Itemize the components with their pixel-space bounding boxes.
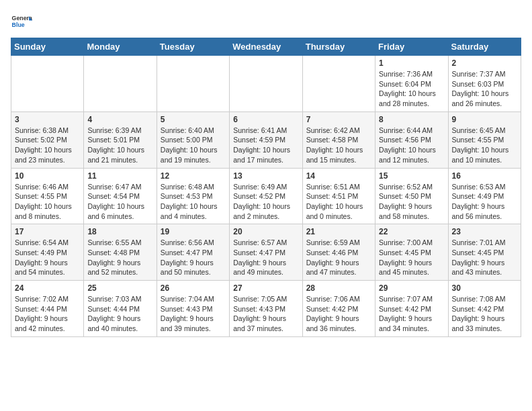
day-number: 26 [161,283,226,293]
day-number: 3 [15,115,80,124]
calendar-cell: 2Sunrise: 7:37 AM Sunset: 6:03 PM Daylig… [448,56,521,112]
calendar-cell: 4Sunrise: 6:39 AM Sunset: 5:01 PM Daylig… [84,111,157,168]
calendar-cell: 12Sunrise: 6:48 AM Sunset: 4:53 PM Dayli… [157,168,229,224]
day-number: 27 [233,283,298,293]
day-number: 17 [15,227,80,236]
calendar-cell: 11Sunrise: 6:47 AM Sunset: 4:54 PM Dayli… [84,168,157,224]
day-info: Sunrise: 7:02 AM Sunset: 4:44 PM Dayligh… [15,294,80,334]
day-number: 14 [306,171,371,181]
day-number: 28 [306,283,371,293]
day-number: 1 [379,58,444,68]
day-info: Sunrise: 7:05 AM Sunset: 4:43 PM Dayligh… [233,294,298,334]
calendar-cell: 15Sunrise: 6:52 AM Sunset: 4:50 PM Dayli… [375,168,448,224]
col-header-tuesday: Tuesday [157,38,229,56]
day-info: Sunrise: 6:47 AM Sunset: 4:54 PM Dayligh… [87,182,152,222]
calendar-table: SundayMondayTuesdayWednesdayThursdayFrid… [11,38,521,337]
calendar-cell: 8Sunrise: 6:44 AM Sunset: 4:56 PM Daylig… [375,111,448,168]
calendar-cell [84,56,157,112]
col-header-monday: Monday [84,38,157,56]
day-info: Sunrise: 6:52 AM Sunset: 4:50 PM Dayligh… [379,182,444,222]
calendar-cell: 17Sunrise: 6:54 AM Sunset: 4:49 PM Dayli… [11,224,84,281]
day-number: 24 [15,283,80,293]
day-info: Sunrise: 6:54 AM Sunset: 4:49 PM Dayligh… [15,238,80,277]
day-number: 29 [379,283,444,293]
calendar-cell: 26Sunrise: 7:04 AM Sunset: 4:43 PM Dayli… [157,281,229,337]
calendar-cell [230,56,302,112]
day-number: 6 [233,115,298,124]
calendar-cell: 6Sunrise: 6:41 AM Sunset: 4:59 PM Daylig… [230,111,302,168]
day-number: 15 [379,171,444,181]
col-header-wednesday: Wednesday [230,38,302,56]
logo: General Blue [11,11,32,32]
calendar-cell: 18Sunrise: 6:55 AM Sunset: 4:48 PM Dayli… [84,224,157,281]
day-number: 21 [306,227,371,236]
calendar-cell: 20Sunrise: 6:57 AM Sunset: 4:47 PM Dayli… [230,224,302,281]
calendar-cell: 10Sunrise: 6:46 AM Sunset: 4:55 PM Dayli… [11,168,84,224]
day-info: Sunrise: 7:03 AM Sunset: 4:44 PM Dayligh… [87,294,152,334]
day-number: 9 [452,115,517,124]
day-info: Sunrise: 6:56 AM Sunset: 4:47 PM Dayligh… [161,238,226,277]
day-info: Sunrise: 6:46 AM Sunset: 4:55 PM Dayligh… [15,182,80,222]
day-info: Sunrise: 7:04 AM Sunset: 4:43 PM Dayligh… [161,294,226,334]
day-number: 20 [233,227,298,236]
day-info: Sunrise: 7:01 AM Sunset: 4:45 PM Dayligh… [452,238,517,277]
day-info: Sunrise: 6:55 AM Sunset: 4:48 PM Dayligh… [87,238,152,277]
day-number: 13 [233,171,298,181]
col-header-saturday: Saturday [448,38,521,56]
calendar-cell: 3Sunrise: 6:38 AM Sunset: 5:02 PM Daylig… [11,111,84,168]
day-info: Sunrise: 6:51 AM Sunset: 4:51 PM Dayligh… [306,182,371,222]
day-info: Sunrise: 6:53 AM Sunset: 4:49 PM Dayligh… [452,182,517,222]
day-number: 16 [452,171,517,181]
col-header-friday: Friday [375,38,448,56]
day-number: 7 [306,115,371,124]
calendar-cell: 28Sunrise: 7:06 AM Sunset: 4:42 PM Dayli… [302,281,375,337]
calendar-cell [302,56,375,112]
calendar-week-2: 3Sunrise: 6:38 AM Sunset: 5:02 PM Daylig… [11,111,521,168]
col-header-sunday: Sunday [11,38,84,56]
calendar-cell: 19Sunrise: 6:56 AM Sunset: 4:47 PM Dayli… [157,224,229,281]
calendar-cell: 22Sunrise: 7:00 AM Sunset: 4:45 PM Dayli… [375,224,448,281]
day-info: Sunrise: 6:45 AM Sunset: 4:55 PM Dayligh… [452,126,517,165]
calendar-cell: 21Sunrise: 6:59 AM Sunset: 4:46 PM Dayli… [302,224,375,281]
day-number: 25 [87,283,152,293]
calendar-cell: 1Sunrise: 7:36 AM Sunset: 6:04 PM Daylig… [375,56,448,112]
calendar-week-1: 1Sunrise: 7:36 AM Sunset: 6:04 PM Daylig… [11,56,521,112]
day-info: Sunrise: 6:41 AM Sunset: 4:59 PM Dayligh… [233,126,298,165]
day-info: Sunrise: 6:49 AM Sunset: 4:52 PM Dayligh… [233,182,298,222]
day-info: Sunrise: 6:42 AM Sunset: 4:58 PM Dayligh… [306,126,371,165]
calendar-cell: 9Sunrise: 6:45 AM Sunset: 4:55 PM Daylig… [448,111,521,168]
day-number: 5 [161,115,226,124]
calendar-cell: 16Sunrise: 6:53 AM Sunset: 4:49 PM Dayli… [448,168,521,224]
calendar-cell: 29Sunrise: 7:07 AM Sunset: 4:42 PM Dayli… [375,281,448,337]
day-info: Sunrise: 7:37 AM Sunset: 6:03 PM Dayligh… [452,69,517,109]
calendar-cell [11,56,84,112]
day-number: 22 [379,227,444,236]
day-number: 8 [379,115,444,124]
logo-icon: General Blue [11,11,32,32]
day-number: 18 [87,227,152,236]
day-number: 12 [161,171,226,181]
calendar-cell: 24Sunrise: 7:02 AM Sunset: 4:44 PM Dayli… [11,281,84,337]
page-header: General Blue [11,11,521,32]
day-number: 23 [452,227,517,236]
calendar-week-4: 17Sunrise: 6:54 AM Sunset: 4:49 PM Dayli… [11,224,521,281]
day-info: Sunrise: 7:36 AM Sunset: 6:04 PM Dayligh… [379,69,444,109]
calendar-cell: 30Sunrise: 7:08 AM Sunset: 4:42 PM Dayli… [448,281,521,337]
calendar-header-row: SundayMondayTuesdayWednesdayThursdayFrid… [11,38,521,56]
day-number: 4 [87,115,152,124]
calendar-week-5: 24Sunrise: 7:02 AM Sunset: 4:44 PM Dayli… [11,281,521,337]
day-info: Sunrise: 7:06 AM Sunset: 4:42 PM Dayligh… [306,294,371,334]
day-info: Sunrise: 6:40 AM Sunset: 5:00 PM Dayligh… [161,126,226,165]
day-info: Sunrise: 7:07 AM Sunset: 4:42 PM Dayligh… [379,294,444,334]
day-number: 2 [452,58,517,68]
calendar-cell: 7Sunrise: 6:42 AM Sunset: 4:58 PM Daylig… [302,111,375,168]
calendar-cell [157,56,229,112]
calendar-cell: 23Sunrise: 7:01 AM Sunset: 4:45 PM Dayli… [448,224,521,281]
day-info: Sunrise: 7:08 AM Sunset: 4:42 PM Dayligh… [452,294,517,334]
calendar-cell: 14Sunrise: 6:51 AM Sunset: 4:51 PM Dayli… [302,168,375,224]
calendar-cell: 27Sunrise: 7:05 AM Sunset: 4:43 PM Dayli… [230,281,302,337]
day-info: Sunrise: 7:00 AM Sunset: 4:45 PM Dayligh… [379,238,444,277]
calendar-cell: 5Sunrise: 6:40 AM Sunset: 5:00 PM Daylig… [157,111,229,168]
day-info: Sunrise: 6:38 AM Sunset: 5:02 PM Dayligh… [15,126,80,165]
day-info: Sunrise: 6:57 AM Sunset: 4:47 PM Dayligh… [233,238,298,277]
